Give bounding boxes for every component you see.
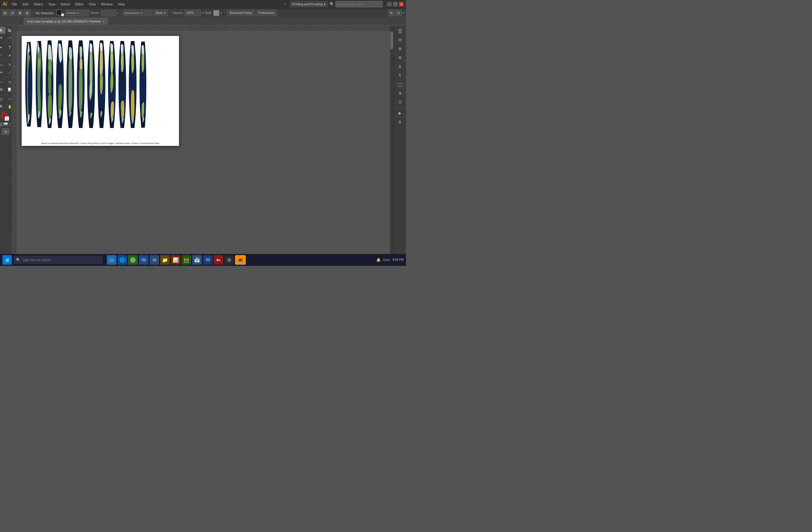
brush-tool[interactable]: 🖌 (6, 51, 11, 58)
right-panel-btn-1[interactable]: ☰ (395, 27, 405, 35)
taskbar-app-calendar[interactable]: 📅 (192, 255, 202, 265)
none-btn[interactable]: × (9, 123, 12, 126)
taskbar-app-acrobat[interactable]: Ac (214, 255, 223, 265)
taskbar-app-email[interactable]: ✉ (149, 255, 159, 265)
magic-wand-tool[interactable]: ✦ (0, 34, 5, 41)
align-icon-1[interactable]: ⊞ (388, 10, 394, 16)
free-transform-tool[interactable]: ⊡ (6, 79, 11, 86)
menu-select[interactable]: Select (58, 1, 72, 7)
pen-tool[interactable]: ✒ (0, 44, 5, 51)
gradient-btn[interactable] (3, 123, 8, 126)
taskbar-right: 🔔 ENG 8:54 PM (376, 258, 404, 262)
taskbar-app-word[interactable]: W (203, 255, 213, 265)
lasso-tool[interactable]: ⌗ (6, 34, 11, 41)
stroke-unit-dropdown[interactable]: ▾ (117, 12, 118, 15)
taskbar-app-calc[interactable]: 🧮 (182, 255, 191, 265)
document-setup-button[interactable]: Document Setup (227, 10, 255, 16)
menu-window[interactable]: Window (99, 1, 115, 7)
restore-button[interactable]: ❐ (393, 2, 398, 6)
right-panel-btn-10[interactable]: ▶ (395, 109, 405, 117)
taskbar-app-edge[interactable]: 🌐 (117, 255, 127, 265)
menu-edit[interactable]: Edit (20, 1, 31, 7)
toolbar-icon-2[interactable]: ⊟ (9, 10, 16, 16)
vertical-scroll-thumb[interactable] (390, 31, 393, 49)
right-panel-btn-2[interactable]: ⊟ (395, 36, 405, 44)
scale-tool[interactable]: ⤢ (6, 69, 11, 76)
search-stock-input[interactable] (335, 1, 383, 8)
solid-color-btn[interactable] (0, 123, 2, 126)
preferences-button[interactable]: Preferences (256, 10, 277, 16)
symbol-tool[interactable]: ✿ (0, 86, 5, 93)
ask-icon[interactable]: ⚬ (281, 1, 288, 8)
menu-file[interactable]: File (10, 1, 19, 7)
selection-tool[interactable] (0, 27, 5, 34)
menu-effect[interactable]: Effect (73, 1, 86, 7)
type-tool[interactable]: T (6, 44, 11, 51)
close-button[interactable]: ✕ (399, 2, 404, 6)
vertical-scrollbar[interactable] (390, 26, 393, 255)
lt-sep-1 (2, 42, 9, 43)
opacity-input[interactable] (185, 10, 201, 16)
menu-object[interactable]: Object (31, 1, 45, 7)
opacity-dropdown[interactable]: ▾ (202, 12, 204, 15)
toolbar-icon-1[interactable]: ⊞ (2, 10, 8, 16)
menu-type[interactable]: Type (46, 1, 58, 7)
fill-swatch[interactable] (56, 10, 64, 16)
rectangle-tool[interactable]: ▭ (0, 61, 5, 68)
graph-tools: ✿ 📊 (0, 86, 11, 93)
right-panel-btn-11[interactable]: ⚙ (395, 118, 405, 126)
profile-dropdown[interactable]: ▾ (123, 10, 153, 16)
artboard-nav-btn[interactable]: ⊞ (2, 128, 10, 135)
menu-view[interactable]: View (86, 1, 98, 7)
zoom-tool[interactable]: 🔍 (0, 103, 5, 110)
more-dropdown[interactable]: ▾ (403, 12, 404, 15)
right-panel-btn-6[interactable]: ¶ (395, 71, 405, 80)
right-panel-btn-5[interactable]: A (395, 62, 405, 71)
artboard-tool[interactable]: ◫ (0, 96, 5, 103)
toolbar-icon-3[interactable]: ⊠ (17, 10, 23, 16)
warp-tool[interactable]: ≈ (0, 79, 5, 86)
color-mode-buttons: × (0, 123, 11, 126)
taskbar-app-settings[interactable]: ⚙ (224, 255, 234, 265)
canvas-area[interactable]: Based on artwork produced by Mitchell N.… (11, 26, 393, 258)
right-panel-btn-8[interactable]: ⊕ (395, 89, 405, 97)
right-panel-btn-9[interactable]: ⊡ (395, 98, 405, 106)
gore-7 (87, 40, 95, 128)
right-panel-btn-7[interactable]: ◯ (395, 80, 405, 88)
taskbar-app-store[interactable]: 🛍 (139, 255, 148, 265)
direct-selection-tool[interactable] (6, 27, 11, 34)
start-button[interactable]: ⊞ (2, 255, 12, 265)
document-tab[interactable]: vinyl cutter template.ai @ 124.36% (RGB/… (24, 18, 108, 25)
taskbar-search-icon: 🔍 (16, 258, 20, 262)
line-tool[interactable]: / (0, 51, 5, 58)
right-panel-btn-4[interactable]: ⊠ (395, 54, 405, 62)
right-panel-btn-3[interactable]: ⊞ (395, 44, 405, 53)
minimize-button[interactable]: ─ (387, 2, 392, 6)
basic-dropdown[interactable]: Basic ▾ (154, 10, 168, 16)
doc-tab-close[interactable]: × (103, 20, 104, 24)
taskbar-app-explorer[interactable]: 🗂 (107, 255, 116, 265)
search-stock-area: 🔍 (330, 1, 383, 8)
taskbar-notification-icon[interactable]: 🔔 (376, 258, 381, 262)
taskbar-app-ppt[interactable]: 📊 (171, 255, 180, 265)
taskbar-search[interactable]: 🔍 Type here to search (14, 256, 103, 264)
slice-tool[interactable]: ✂ (6, 96, 11, 103)
stroke-box[interactable] (4, 116, 10, 121)
hand-tool[interactable]: ✋ (6, 103, 11, 110)
taskbar-ai-app[interactable]: Ai (235, 255, 246, 265)
stroke-dropdown[interactable]: ▾ (65, 10, 89, 16)
stroke-label: Stroke: (90, 11, 100, 15)
menu-help[interactable]: Help (116, 1, 127, 7)
stroke-value-input[interactable] (101, 10, 116, 16)
printing-proofing-dropdown[interactable]: Printing and Proofing ▾ (290, 1, 328, 8)
taskbar-language[interactable]: ENG (383, 258, 390, 262)
reflect-tool[interactable]: ⇄ (0, 69, 5, 76)
style-dropdown[interactable]: ▾ (220, 12, 222, 15)
align-icon-2[interactable]: ⊟ (395, 10, 402, 16)
rotate-tool[interactable]: ↻ (6, 61, 11, 68)
style-swatch[interactable] (213, 10, 219, 16)
taskbar-app-chrome[interactable]: 🟢 (128, 255, 138, 265)
graph-tool[interactable]: 📊 (6, 86, 11, 93)
toolbar-icon-4[interactable]: ⊕ (24, 10, 31, 16)
taskbar-app-files[interactable]: 📁 (160, 255, 170, 265)
